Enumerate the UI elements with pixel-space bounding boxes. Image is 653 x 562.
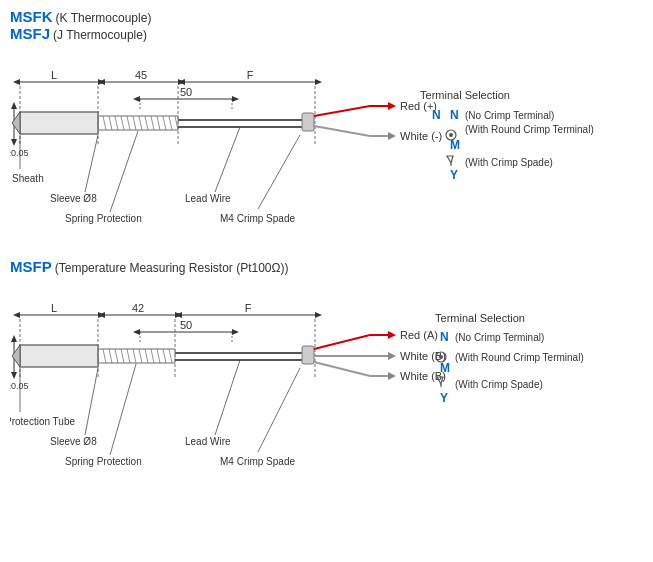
svg-text:M: M bbox=[450, 138, 460, 152]
svg-marker-21 bbox=[133, 96, 140, 102]
svg-text:L: L bbox=[51, 69, 57, 81]
svg-text:(With Crimp Spade): (With Crimp Spade) bbox=[465, 157, 553, 168]
svg-text:Sheath: Sheath bbox=[12, 173, 44, 184]
svg-marker-18 bbox=[11, 139, 17, 146]
svg-text:Terminal Selection: Terminal Selection bbox=[435, 312, 525, 324]
svg-point-69 bbox=[449, 133, 453, 137]
svg-marker-131 bbox=[388, 372, 396, 380]
svg-marker-129 bbox=[388, 352, 396, 360]
svg-line-59 bbox=[110, 131, 138, 212]
bottom-title-block: MSFP (Temperature Measuring Resistor (Pt… bbox=[10, 258, 643, 275]
svg-line-118 bbox=[163, 349, 166, 363]
svg-line-40 bbox=[157, 116, 160, 130]
svg-marker-1 bbox=[13, 79, 20, 85]
svg-text:(No Crimp Terminal): (No Crimp Terminal) bbox=[455, 332, 544, 343]
svg-text:L: L bbox=[51, 302, 57, 314]
svg-rect-28 bbox=[98, 116, 178, 130]
svg-line-117 bbox=[157, 349, 160, 363]
svg-line-32 bbox=[109, 116, 112, 130]
page-container: MSFK (K Thermocouple) MSFJ (J Thermocoup… bbox=[0, 0, 653, 562]
svg-marker-27 bbox=[12, 112, 20, 134]
svg-line-141 bbox=[215, 360, 240, 435]
svg-line-143 bbox=[258, 368, 300, 452]
svg-line-41 bbox=[163, 116, 166, 130]
svg-text:Y: Y bbox=[450, 168, 458, 182]
svg-line-139 bbox=[110, 364, 136, 455]
svg-marker-78 bbox=[13, 312, 20, 318]
svg-text:D±0.05: D±0.05 bbox=[10, 148, 28, 158]
svg-text:Red (A): Red (A) bbox=[400, 329, 438, 341]
svg-line-108 bbox=[103, 349, 106, 363]
bottom-diagram-area: L 42 F D±0.05 50 bbox=[10, 277, 653, 477]
msfj-desc: (J Thermocouple) bbox=[53, 28, 147, 42]
svg-text:Y: Y bbox=[440, 391, 448, 405]
svg-line-35 bbox=[127, 116, 130, 130]
svg-marker-127 bbox=[388, 331, 396, 339]
svg-text:Spring Protection: Spring Protection bbox=[65, 456, 142, 467]
svg-rect-46 bbox=[302, 113, 314, 131]
svg-text:(With Crimp Spade): (With Crimp Spade) bbox=[455, 379, 543, 390]
svg-text:M4 Crimp Spade: M4 Crimp Spade bbox=[220, 213, 295, 224]
svg-marker-104 bbox=[12, 345, 20, 367]
svg-line-48 bbox=[314, 126, 370, 136]
svg-text:N: N bbox=[432, 108, 441, 122]
svg-line-33 bbox=[115, 116, 118, 130]
msfp-title: MSFP bbox=[10, 258, 52, 275]
msfj-title: MSFJ bbox=[10, 25, 50, 42]
svg-line-119 bbox=[169, 349, 172, 363]
svg-text:(With Round Crimp Terminal): (With Round Crimp Terminal) bbox=[455, 352, 584, 363]
svg-text:50: 50 bbox=[180, 319, 192, 331]
msfp-desc: (Temperature Measuring Resistor (Pt100Ω)… bbox=[55, 261, 289, 275]
title-line1: MSFK (K Thermocouple) bbox=[10, 8, 643, 25]
svg-line-36 bbox=[133, 116, 136, 130]
svg-text:White (-): White (-) bbox=[400, 130, 442, 142]
svg-line-37 bbox=[139, 116, 142, 130]
svg-line-31 bbox=[103, 116, 106, 130]
msfk-desc: (K Thermocouple) bbox=[56, 11, 152, 25]
svg-line-57 bbox=[85, 135, 98, 192]
svg-marker-94 bbox=[11, 335, 17, 342]
svg-line-123 bbox=[314, 335, 370, 349]
svg-line-112 bbox=[127, 349, 130, 363]
svg-marker-52 bbox=[388, 132, 396, 140]
svg-line-137 bbox=[85, 368, 98, 435]
svg-text:Protection Tube: Protection Tube bbox=[10, 416, 75, 427]
svg-text:M4 Crimp Spade: M4 Crimp Spade bbox=[220, 456, 295, 467]
svg-text:Spring Protection: Spring Protection bbox=[65, 213, 142, 224]
svg-line-113 bbox=[133, 349, 136, 363]
svg-text:Lead Wire: Lead Wire bbox=[185, 436, 231, 447]
svg-marker-72 bbox=[447, 156, 453, 163]
svg-line-116 bbox=[151, 349, 154, 363]
svg-point-149 bbox=[439, 355, 443, 359]
svg-marker-17 bbox=[11, 102, 17, 109]
svg-text:Terminal Selection: Terminal Selection bbox=[420, 89, 510, 101]
svg-rect-122 bbox=[302, 346, 314, 364]
svg-marker-50 bbox=[388, 102, 396, 110]
top-diagram-area: L 45 F D±0.05 50 bbox=[10, 44, 653, 244]
svg-line-110 bbox=[115, 349, 118, 363]
bottom-diagram-svg: L 42 F D±0.05 50 bbox=[10, 277, 653, 487]
svg-text:(With Round Crimp Terminal): (With Round Crimp Terminal) bbox=[465, 124, 594, 135]
svg-rect-103 bbox=[20, 345, 98, 367]
svg-line-111 bbox=[121, 349, 124, 363]
svg-line-38 bbox=[145, 116, 148, 130]
svg-line-42 bbox=[169, 116, 172, 130]
svg-line-47 bbox=[314, 106, 370, 116]
svg-line-61 bbox=[215, 127, 240, 192]
svg-line-39 bbox=[151, 116, 154, 130]
top-title-block: MSFK (K Thermocouple) MSFJ (J Thermocoup… bbox=[10, 8, 643, 42]
svg-line-109 bbox=[109, 349, 112, 363]
svg-marker-95 bbox=[11, 372, 17, 379]
svg-text:45: 45 bbox=[135, 69, 147, 81]
svg-text:M: M bbox=[440, 361, 450, 375]
svg-text:Lead Wire: Lead Wire bbox=[185, 193, 231, 204]
svg-marker-98 bbox=[133, 329, 140, 335]
svg-text:Sleeve Ø8: Sleeve Ø8 bbox=[50, 193, 97, 204]
top-diagram-svg: L 45 F D±0.05 50 bbox=[10, 44, 653, 239]
svg-line-125 bbox=[314, 362, 370, 376]
svg-text:N: N bbox=[440, 330, 449, 344]
title-line2: MSFJ (J Thermocouple) bbox=[10, 25, 643, 42]
svg-rect-26 bbox=[20, 112, 98, 134]
svg-text:50: 50 bbox=[180, 86, 192, 98]
svg-line-43 bbox=[175, 116, 178, 130]
